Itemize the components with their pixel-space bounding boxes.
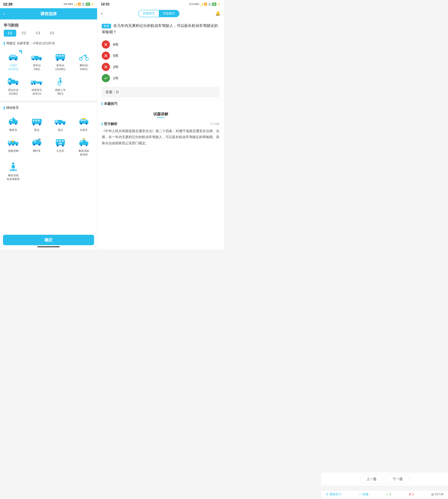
left-home-indicator [37,246,60,247]
license-item-truck[interactable]: 货车(A2/B2) [25,49,48,73]
right-battery-badge: 66 [212,3,216,6]
option-label-c: 2年 [113,65,119,69]
report-button[interactable]: ① 纠错 [210,122,220,126]
left-back-button[interactable]: ‹ [3,11,4,17]
svg-rect-30 [37,82,42,84]
license-item-moto-label: 摩托车(D/E/F) [80,64,88,71]
signal-icon: 📶 [78,3,81,6]
battery-badge: 65 [86,3,90,6]
continue-item-cargo[interactable]: 货运 [49,114,72,134]
continue-item-hazmat-label: 危险货物 [8,149,18,153]
svg-point-20 [85,57,88,60]
left-panel: 12:20 191 KB/s 🌙 📶 📡 65 ⚡ ‹ 课程选择 学习阶段 C1… [0,0,97,249]
svg-point-83 [57,145,59,147]
option-row-b[interactable]: 5年 [102,52,220,60]
right-moon-icon: 🌙 [200,3,203,6]
right-bolt-icon: ⚡ [217,3,220,6]
svg-rect-9 [32,56,34,58]
tips-section: 本题技巧 [97,99,224,108]
right-content: 单选 在几年内无累积记分的机动车驾驶人，可以延长机动车驾驶证的审验期？ 6年 [97,19,224,249]
option-row-d[interactable]: 1年 [102,74,220,82]
continue-item-coach-pre[interactable]: 教练员岗前培训 [72,135,95,158]
continue-item-passenger-label: 客运 [34,128,39,132]
bell-icon[interactable]: 🔔 [215,11,220,16]
continue-item-hazmat[interactable]: ! 危险货物 [2,135,25,158]
bolt-icon: ⚡ [91,3,94,6]
continue-item-passenger[interactable]: 客运 [25,114,48,134]
option-row-a[interactable]: 6年 [102,40,220,49]
continue-item-coach-re[interactable]: 教练员岗前及再教育 [2,159,25,183]
mode-flash-button[interactable]: 背题模式 [159,10,179,17]
continue-item-rideshare[interactable]: ⏰ 网约车 [25,135,48,158]
cargo-icon [54,116,67,127]
continue-item-public-bus[interactable]: 公交车 [49,135,72,158]
option-label-d: 1年 [113,76,119,81]
svg-point-76 [33,144,35,146]
license-item-light-tractor[interactable]: 轻型牵引挂车C6 [25,74,48,97]
svg-rect-80 [59,140,61,142]
question-text: 在几年内无累积记分的机动车驾驶人，可以延长机动车驾驶证的审验期？ [102,24,218,34]
license-item-car-label: 小车(C1/C2/C3) [8,64,18,71]
license-item-car[interactable]: 小车(C1/C2/C3) [2,49,25,73]
option-row-c[interactable]: 2年 [102,63,220,71]
option-icon-a [102,40,110,49]
option-icon-c [102,63,110,71]
svg-point-25 [9,83,11,85]
license-item-truck-label: 货车(A2/B2) [33,64,41,71]
right-panel: 12:21 21.8 KB/s 🌙 📶 📡 66 ⚡ ‹ 答题模式 背题模式 🔔… [97,0,224,249]
svg-point-42 [15,123,16,125]
official-analysis: 官方解析 ① 纠错 《中华人民共和国道路交通安全法》第二十四条：对遵守道路交通安… [97,120,224,147]
license-item-moto[interactable]: 摩托车(D/E/F) [72,49,95,73]
svg-point-32 [31,83,33,85]
tab-c5[interactable]: C5 [46,30,58,37]
svg-rect-52 [55,120,58,122]
right-back-button[interactable]: ‹ [101,11,102,16]
license-item-bus[interactable]: 客车(A1/A3/B1) [49,49,72,73]
svg-point-17 [57,59,58,61]
license-item-freight-label: 货运从业(A2/B2) [8,88,18,96]
svg-point-33 [34,83,35,85]
license-item-handicap[interactable]: 残疾人专用C5 [49,74,72,97]
svg-rect-73 [34,140,36,142]
hazmat-icon: ! [7,137,20,148]
license-grid: 小车(C1/C2/C3) 货车(A2/B2) [0,47,97,99]
analysis-title-wrapper: 官方解析 [102,122,117,126]
subtitle-bar [4,42,5,45]
license-item-bus-label: 客车(A1/A3/B1) [55,64,65,71]
svg-rect-4 [13,55,16,57]
svg-rect-79 [57,140,58,142]
license-item-freight[interactable]: 货运从业(A2/B2) [2,74,25,97]
svg-rect-51 [62,121,65,124]
question-area: 单选 在几年内无累积记分的机动车驾驶人，可以延长机动车驾驶证的审验期？ [97,20,224,38]
mode-toggle: 答题模式 背题模式 [138,10,179,17]
continue-item-taxi[interactable]: 出租车 [72,114,95,134]
continue-item-taxi-label: 出租车 [80,128,88,132]
license-item-light-tractor-label: 轻型牵引挂车C6 [32,88,42,96]
right-signal-icon: 📶 [204,3,207,6]
tab-c1[interactable]: C1 [4,30,16,37]
svg-text:!: ! [12,141,13,142]
tab-c2[interactable]: C2 [18,30,30,37]
svg-point-54 [59,123,61,125]
continue-section-title: 继续教育 [0,104,97,112]
svg-point-41 [10,123,11,125]
svg-rect-64 [15,142,18,145]
tab-c3[interactable]: C3 [32,30,44,37]
continue-item-coach[interactable]: 教练员 [2,114,25,134]
tips-label: 本题技巧 [104,102,117,106]
svg-point-90 [86,145,87,146]
analysis-title-text: 官方解析 [104,122,117,126]
continue-item-coach-pre-label: 教练员岗前培训 [79,149,89,156]
status-bar-left: 12:20 191 KB/s 🌙 📶 📡 65 ⚡ [0,0,97,8]
car-icon [7,52,20,62]
truck-icon [30,52,43,62]
options-area: 6年 5年 2年 [97,39,224,83]
confirm-button[interactable]: 确定 [3,235,94,245]
svg-rect-88 [81,140,83,142]
mode-answer-button[interactable]: 答题模式 [139,10,159,17]
continue-item-coach-re-label: 教练员岗前及再教育 [7,174,20,181]
option-icon-d [102,74,110,82]
svg-rect-81 [62,140,64,142]
continue-item-coach-label: 教练员 [9,128,17,132]
coach-pre-icon [77,137,90,148]
